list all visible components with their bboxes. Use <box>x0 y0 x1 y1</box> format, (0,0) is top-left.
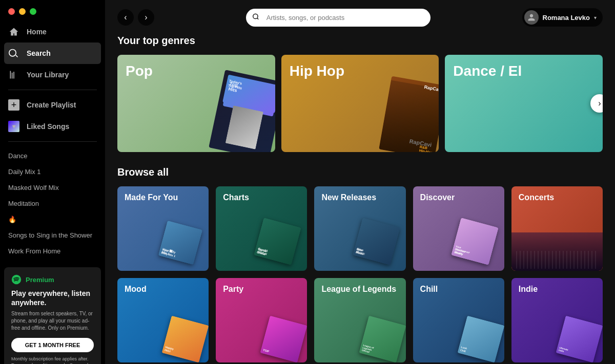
browse-card-discover[interactable]: Discover YourDiscoverWeekly <box>413 186 504 271</box>
genres-title: Your top genres <box>117 35 603 47</box>
browse-section: Browse all Made For You YourDaily Mix 1 … <box>117 166 603 362</box>
playlist-dance[interactable]: Dance <box>4 148 101 164</box>
premium-banner: Premium Play everywhere, listen anywhere… <box>4 267 101 364</box>
browse-card-charts[interactable]: Charts Top 50Global <box>216 186 307 271</box>
browse-card-league-of-legends[interactable]: League of Legends League ofLegendsOffici… <box>314 278 405 362</box>
maximize-button[interactable] <box>30 8 36 15</box>
genre-card-dance[interactable]: Dance / El <box>445 55 603 152</box>
liked-songs-button[interactable]: ♥ Liked Songs <box>4 116 101 137</box>
divider-2 <box>8 141 97 142</box>
made-for-you-decoration: YourDaily Mix 1 <box>158 221 202 265</box>
chevron-down-icon: ▾ <box>594 15 597 20</box>
sidebar-item-home[interactable]: Home <box>4 21 101 42</box>
made-for-you-label: Made For You <box>125 192 178 202</box>
main-content: ‹ › Romana Levko ▾ Your top genres <box>105 0 615 364</box>
avatar <box>524 10 539 25</box>
topbar: ‹ › Romana Levko ▾ <box>105 0 615 35</box>
concerts-label: Concerts <box>519 192 554 202</box>
svg-point-4 <box>253 14 258 18</box>
spotify-logo <box>11 274 22 285</box>
charts-decoration: Top 50Global <box>254 218 301 265</box>
forward-button[interactable]: › <box>138 9 154 26</box>
window-controls <box>0 0 105 21</box>
genre-card-pop[interactable]: Pop Today'sTop Hits <box>117 55 275 152</box>
minimize-button[interactable] <box>19 8 26 15</box>
playlist-masked-wolf[interactable]: Masked Wolf Mix <box>4 180 101 196</box>
lol-decoration: League ofLegendsOfficial <box>359 316 405 362</box>
premium-header: Premium <box>11 274 94 285</box>
svg-rect-2 <box>13 72 14 78</box>
premium-footnote: Monthly subscription fee applies after. … <box>11 356 94 364</box>
concerts-decoration <box>511 232 603 271</box>
browse-grid: Made For You YourDaily Mix 1 Charts Top … <box>117 186 603 362</box>
discover-decoration: YourDiscoverWeekly <box>451 218 498 265</box>
sidebar: Home Search Your Library + Create Playli… <box>0 0 105 364</box>
create-playlist-label: Create Playlist <box>27 101 76 109</box>
user-name: Romana Levko <box>543 14 590 22</box>
close-button[interactable] <box>8 8 15 15</box>
indie-label: Indie <box>519 284 538 294</box>
indie-decoration: UltimateIndie <box>556 316 603 362</box>
sidebar-library-label: Your Library <box>27 71 69 79</box>
create-playlist-button[interactable]: + Create Playlist <box>4 94 101 116</box>
plus-icon: + <box>8 99 19 111</box>
navigation-arrows: ‹ › <box>117 9 154 26</box>
mood-label: Mood <box>125 284 147 294</box>
new-releases-decoration: NewMusic <box>353 218 400 265</box>
genre-hiphop-label: Hip Hop <box>290 63 344 79</box>
pop-decoration: Today'sTop Hits <box>209 70 275 152</box>
main-nav: Home Search Your Library <box>0 21 105 85</box>
playlist-meditation[interactable]: Meditation <box>4 196 101 211</box>
premium-description: Stream from select speakers, TV, or phon… <box>11 310 94 332</box>
search-input[interactable] <box>246 9 430 27</box>
action-items: + Create Playlist ♥ Liked Songs <box>0 94 105 137</box>
hiphop-decoration: RapCavi R&BHip-Hop <box>379 76 439 152</box>
chill-decoration: LushChill <box>457 316 504 362</box>
search-bar-icon <box>252 13 259 22</box>
genres-row: Pop Today'sTop Hits Hip Hop <box>117 55 603 152</box>
genre-dance-label: Dance / El <box>453 63 522 79</box>
playlist-fire[interactable]: 🔥 <box>4 211 101 227</box>
lol-label: League of Legends <box>321 284 396 294</box>
genre-card-hiphop[interactable]: Hip Hop RapCavi R&BHip-Hop <box>281 55 439 152</box>
sidebar-home-label: Home <box>27 28 47 36</box>
sidebar-search-label: Search <box>27 49 51 57</box>
back-button[interactable]: ‹ <box>117 9 134 26</box>
charts-label: Charts <box>223 192 249 202</box>
chill-label: Chill <box>420 284 438 294</box>
browse-card-made-for-you[interactable]: Made For You YourDaily Mix 1 <box>117 186 209 271</box>
sidebar-item-search[interactable]: Search <box>4 42 101 64</box>
playlist-daily-mix-1[interactable]: Daily Mix 1 <box>4 164 101 180</box>
playlist-songs-shower[interactable]: Songs to Sing in the Shower <box>4 227 101 243</box>
heart-icon: ♥ <box>8 121 19 132</box>
browse-card-concerts[interactable]: Concerts <box>511 186 603 271</box>
svg-rect-1 <box>12 73 13 79</box>
content-area: Your top genres Pop Today'sTop Hits <box>105 35 615 364</box>
browse-title: Browse all <box>117 166 603 178</box>
home-icon <box>8 26 19 37</box>
playlist-list: Dance Daily Mix 1 Masked Wolf Mix Medita… <box>0 146 105 261</box>
premium-title: Play everywhere, listen anywhere. <box>11 289 94 307</box>
library-icon <box>8 69 19 80</box>
new-releases-label: New Releases <box>321 192 376 202</box>
genres-section: Your top genres Pop Today'sTop Hits <box>117 35 603 152</box>
search-bar <box>246 9 430 27</box>
genre-pop-label: Pop <box>126 63 153 79</box>
premium-button[interactable]: GET 1 MONTH FREE <box>11 338 94 352</box>
browse-card-chill[interactable]: Chill LushChill <box>413 278 504 362</box>
browse-card-indie[interactable]: Indie UltimateIndie <box>511 278 603 362</box>
mood-decoration: HappyHits! <box>162 316 209 362</box>
divider-1 <box>8 90 97 90</box>
browse-card-mood[interactable]: Mood HappyHits! <box>117 278 209 362</box>
premium-label: Premium <box>26 276 54 284</box>
browse-card-party[interactable]: Party TGIF <box>216 278 307 362</box>
user-menu[interactable]: Romana Levko ▾ <box>522 8 603 27</box>
party-decoration: TGIF <box>260 316 307 362</box>
party-label: Party <box>223 284 243 294</box>
discover-label: Discover <box>420 192 455 202</box>
playlist-work-from-home[interactable]: Work From Home <box>4 243 101 259</box>
sidebar-item-library[interactable]: Your Library <box>4 64 101 85</box>
search-icon <box>8 48 19 59</box>
svg-rect-0 <box>10 71 11 79</box>
browse-card-new-releases[interactable]: New Releases NewMusic <box>314 186 405 271</box>
